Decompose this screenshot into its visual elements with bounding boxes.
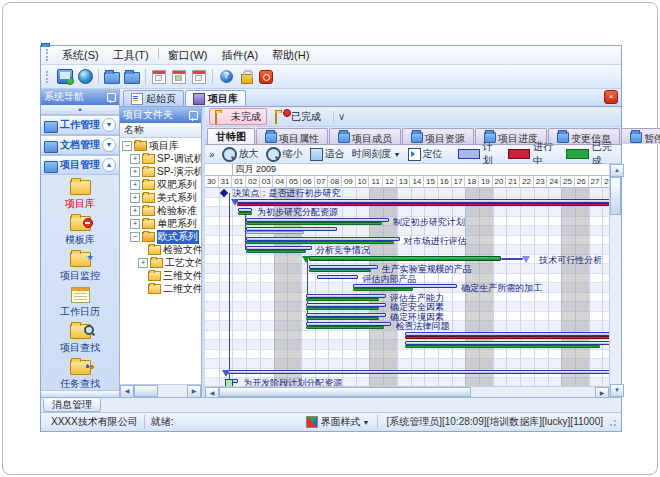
- tab-甘特图[interactable]: 甘特图: [207, 128, 255, 144]
- gantt-plan-bar[interactable]: [227, 370, 609, 374]
- gantt-progress-bar[interactable]: [353, 288, 413, 291]
- sidebar-scroll-up[interactable]: ▲: [41, 105, 119, 115]
- gantt-progress-bar[interactable]: [246, 222, 382, 225]
- gantt-plan-bar[interactable]: [306, 294, 385, 298]
- toolbar-button-power-icon[interactable]: [256, 67, 276, 86]
- tree-item-检验文件[interactable]: 检验文件: [120, 243, 201, 256]
- gantt-progress-bar[interactable]: [306, 307, 379, 310]
- tab-项目成员[interactable]: 项目成员: [329, 128, 401, 144]
- pin-icon[interactable]: [189, 111, 198, 120]
- gantt-toolbar-button-定位[interactable]: 定位: [408, 147, 443, 161]
- tree-expander-icon[interactable]: +: [130, 193, 140, 203]
- tree-item-双肥系列[interactable]: +双肥系列: [120, 178, 201, 191]
- gantt-progress-bar[interactable]: [246, 250, 306, 253]
- toolbar-button-lock-icon[interactable]: [236, 67, 256, 86]
- gantt-plan-bar[interactable]: [246, 218, 388, 222]
- gantt-progress-bar[interactable]: [306, 298, 379, 301]
- resize-grip[interactable]: [607, 417, 617, 427]
- chevron-down-icon[interactable]: ▼: [363, 419, 370, 426]
- tree-item-工艺文件[interactable]: +工艺文件: [120, 256, 201, 269]
- overflow-chevron-icon[interactable]: ∨: [338, 111, 345, 122]
- tree-item-二维文件[interactable]: 二维文件: [120, 282, 201, 295]
- scroll-left-icon[interactable]: ◀: [205, 387, 219, 397]
- tree-item-检验标准[interactable]: +检验标准: [120, 204, 201, 217]
- toolbar-button-folder-link-icon[interactable]: [122, 67, 142, 86]
- gantt-horizontal-scrollbar[interactable]: ◀ ▶: [205, 386, 609, 397]
- tree-column-header[interactable]: 名称: [120, 123, 201, 138]
- sidebar-group-工作管理[interactable]: 工作管理▼: [41, 115, 119, 135]
- toolbar-button-help-icon[interactable]: [216, 67, 236, 86]
- scroll-right-icon[interactable]: ▶: [595, 387, 609, 397]
- chevron-toggle-icon[interactable]: ▲: [102, 158, 116, 172]
- tree-expander-icon[interactable]: −: [122, 141, 132, 151]
- gantt-summary-bar[interactable]: [309, 256, 501, 261]
- gantt-progress-bar[interactable]: [405, 345, 600, 348]
- tab-暂停信息[interactable]: 暂停信息: [621, 128, 660, 144]
- tab-项目属性[interactable]: 项目属性: [256, 128, 328, 144]
- milestone-arrow-icon[interactable]: [522, 256, 530, 263]
- message-management-tab[interactable]: 消息管理: [43, 399, 101, 412]
- sidebar-item-项目库[interactable]: 项目库: [41, 178, 119, 211]
- sidebar-item-项目监控[interactable]: ★项目监控: [41, 250, 119, 283]
- gantt-toolbar-button-时间刻度[interactable]: 时间刻度▼: [352, 147, 401, 161]
- gantt-progress-bar[interactable]: [306, 317, 379, 320]
- tree-item-SP-演示机系[interactable]: +SP-演示机系: [120, 165, 201, 178]
- tree-expander-icon[interactable]: +: [130, 219, 140, 229]
- scroll-thumb[interactable]: [134, 385, 158, 397]
- gantt-progress-bar[interactable]: [306, 326, 384, 329]
- sidebar-group-项目管理[interactable]: 项目管理▲: [41, 155, 119, 175]
- sidebar-item-工作日历[interactable]: 工作日历: [41, 286, 119, 319]
- toolbar-overflow-button[interactable]: »: [209, 149, 215, 160]
- gantt-plan-bar[interactable]: [306, 313, 385, 317]
- tab-起始页[interactable]: 起始页: [123, 90, 184, 106]
- gantt-progress-bar[interactable]: [237, 203, 610, 206]
- gantt-vertical-scrollbar[interactable]: ▲ ▼: [609, 164, 621, 397]
- chevron-toggle-icon[interactable]: ▼: [102, 138, 116, 152]
- sidebar-group-文档管理[interactable]: 文档管理▼: [41, 135, 119, 155]
- gantt-plan-bar[interactable]: [405, 332, 609, 336]
- tab-项目库[interactable]: 项目库: [185, 90, 246, 106]
- close-tab-icon[interactable]: ×: [604, 90, 618, 104]
- tree-item-欧式系列[interactable]: −欧式系列: [120, 230, 201, 243]
- menu-item-5[interactable]: 帮助(H): [265, 47, 316, 64]
- toolbar-button-calendar-new-icon[interactable]: [149, 67, 169, 86]
- tree-expander-icon[interactable]: −: [130, 232, 140, 242]
- tree-expander-icon[interactable]: +: [130, 180, 140, 190]
- tree-expander-icon[interactable]: +: [130, 154, 140, 164]
- toolbar-button-calendar-edit-icon[interactable]: [169, 67, 189, 86]
- tree-expander-icon[interactable]: +: [130, 206, 140, 216]
- menu-item-1[interactable]: 系统(S): [55, 47, 106, 64]
- menubar-grip[interactable]: [46, 49, 52, 61]
- gantt-toolbar-button-放大[interactable]: 放大: [222, 147, 259, 162]
- toolbar-button-calendar-close-icon[interactable]: [189, 67, 209, 86]
- scroll-thumb[interactable]: [219, 387, 471, 397]
- menu-item-4[interactable]: 插件(A): [214, 47, 265, 64]
- menu-item-2[interactable]: 工具(T): [106, 47, 156, 64]
- scroll-up-icon[interactable]: ▲: [610, 164, 624, 177]
- tree-horizontal-scrollbar[interactable]: ◀ ▶: [120, 384, 201, 397]
- gantt-plan-bar[interactable]: [237, 199, 610, 203]
- filter-button-已完成[interactable]: 已完成: [270, 109, 326, 124]
- sidebar-group-partial[interactable]: [41, 390, 119, 397]
- task-marker-arrow[interactable]: [231, 199, 239, 206]
- pin-icon[interactable]: [107, 93, 116, 102]
- tree-item-美式系列[interactable]: +美式系列: [120, 191, 201, 204]
- scroll-thumb[interactable]: [610, 177, 621, 215]
- gantt-progress-bar[interactable]: [238, 212, 252, 215]
- tree-expander-icon[interactable]: +: [138, 258, 148, 268]
- sidebar-item-项目查找[interactable]: 项目查找: [41, 322, 119, 355]
- gantt-progress-bar[interactable]: [246, 241, 394, 244]
- toolbar-grip[interactable]: [46, 71, 52, 83]
- tree-item-项目库[interactable]: −项目库: [120, 139, 201, 152]
- tree-expander-icon[interactable]: +: [130, 167, 140, 177]
- gantt-toolbar-button-适合[interactable]: 适合: [310, 147, 345, 161]
- gantt-progress-bar[interactable]: [309, 269, 371, 272]
- gantt-progress-bar[interactable]: [246, 231, 304, 234]
- sidebar-item-任务查找[interactable]: 任务查找: [41, 358, 119, 390]
- tree-item-三维文件[interactable]: 三维文件: [120, 269, 201, 282]
- gantt-rows-area[interactable]: 决策点：是否进行初步研究为初步研究分配资源制定初步研究计划对市场进行评估分析竞争…: [205, 188, 609, 397]
- gantt-plan-bar[interactable]: [246, 237, 399, 241]
- tree-item-单肥系列[interactable]: +单肥系列: [120, 217, 201, 230]
- gantt-progress-bar[interactable]: [405, 336, 609, 339]
- chevron-toggle-icon[interactable]: ▼: [102, 118, 116, 132]
